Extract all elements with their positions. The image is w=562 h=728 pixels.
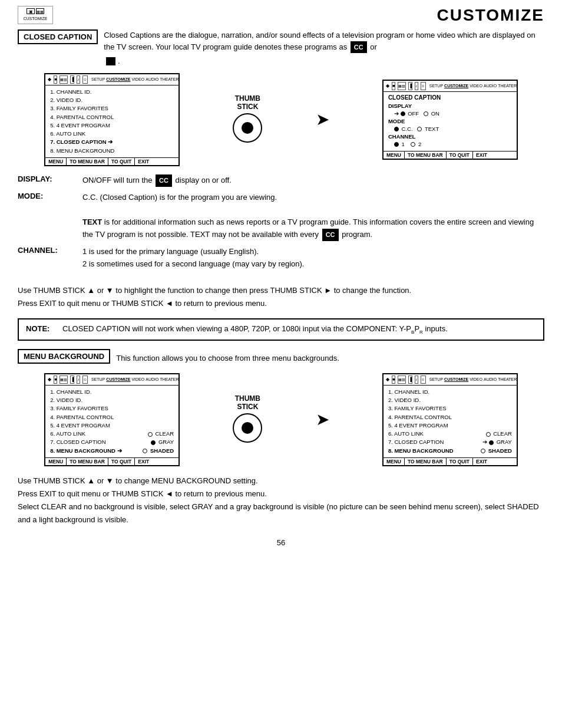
left-tv-screen-cc: ◆ ■ ▦▧ ▐ ♪ ☺ SETUP CUSTOMIZE VIDEO AUDIO… xyxy=(44,73,180,166)
cc-icon-square xyxy=(106,57,115,65)
channel-info: CHANNEL: 1 is used for the primary langu… xyxy=(18,246,544,271)
tv-footer-left-mb: MENU TO MENU BAR TO QUIT EXIT xyxy=(45,457,178,465)
mode-info: MODE: C.C. (Closed Caption) is for the p… xyxy=(18,192,544,241)
logo-box: ▣ ▦▦ CUSTOMIZE xyxy=(18,6,53,24)
tv-content-right-mb: 1. CHANNEL ID. 2. VIDEO ID. 3. FAMILY FA… xyxy=(384,386,517,457)
usage-text-mb: Use THUMB STICK ▲ or ▼ to change MENU BA… xyxy=(18,475,544,526)
tv-content-left-cc: 1. CHANNEL ID. 2. VIDEO ID. 3. FAMILY FA… xyxy=(45,85,178,157)
tv-footer-right-mb: MENU TO MENU BAR TO QUIT EXIT xyxy=(384,457,517,465)
right-tv-screen-cc: ◆ ■ ▦▧ ▐ ♪ ☺ SETUP CUSTOMIZE VIDEO AUDIO… xyxy=(382,80,518,160)
note-text: CLOSED CAPTION will not work when viewin… xyxy=(62,324,448,335)
mode-content: C.C. (Closed Caption) is for the program… xyxy=(82,192,544,241)
cc-settings-panel: CLOSED CAPTION DISPLAY ➔ OFF ON MODE C.C… xyxy=(384,92,517,151)
channel-label: CHANNEL: xyxy=(18,246,82,255)
cc-badge-display: CC xyxy=(156,174,172,187)
page-number: 56 xyxy=(18,538,544,547)
page-header: ▣ ▦▦ CUSTOMIZE CUSTOMIZE xyxy=(18,6,544,25)
right-tv-screen-mb: ◆ ■ ▦▧ ▐ ♪ ☺ SETUP CUSTOMIZE VIDEO AUDIO… xyxy=(382,373,518,466)
note-box: NOTE: CLOSED CAPTION will not work when … xyxy=(18,318,544,341)
closed-caption-section: CLOSED CAPTION Closed Captions are the d… xyxy=(18,29,544,67)
tv-menubar-left: ◆ ■ ▦▧ ▐ ♪ ☺ SETUP CUSTOMIZE VIDEO AUDIO… xyxy=(45,74,178,85)
display-info: DISPLAY: ON/OFF will turn the CC display… xyxy=(18,174,544,187)
cc-diagrams-row: ◆ ■ ▦▧ ▐ ♪ ☺ SETUP CUSTOMIZE VIDEO AUDIO… xyxy=(18,73,544,166)
tv-menubar-right-cc: ◆ ■ ▦▧ ▐ ♪ ☺ SETUP CUSTOMIZE VIDEO AUDIO… xyxy=(384,81,517,92)
note-label: NOTE: xyxy=(26,324,55,333)
logo-text: CUSTOMIZE xyxy=(23,17,47,21)
tv-footer-left-cc: MENU TO MENU BAR TO QUIT EXIT xyxy=(45,157,178,165)
thumb-circle-mb xyxy=(233,413,262,443)
thumb-circle xyxy=(233,113,262,143)
page-title: CUSTOMIZE xyxy=(437,6,544,25)
menu-background-section-header: MENU BACKGROUND This function allows you… xyxy=(18,349,544,367)
tv-footer-right-cc: MENU TO MENU BAR TO QUIT EXIT xyxy=(384,151,517,159)
mb-diagrams-row: ◆ ■ ▦▧ ▐ ♪ ☺ SETUP CUSTOMIZE VIDEO AUDIO… xyxy=(18,373,544,466)
left-tv-screen-mb: ◆ ■ ▦▧ ▐ ♪ ☺ SETUP CUSTOMIZE VIDEO AUDIO… xyxy=(44,373,180,466)
tv-content-left-mb: 1. CHANNEL ID. 2. VIDEO ID. 3. FAMILY FA… xyxy=(45,386,178,457)
cc-badge-text: CC xyxy=(322,229,339,242)
arrow-right-cc: ➤ xyxy=(316,110,329,129)
menu-background-desc: This function allows you to choose from … xyxy=(116,354,339,363)
usage-text-cc: Use THUMB STICK ▲ or ▼ to highlight the … xyxy=(18,284,544,310)
channel-content: 1 is used for the primary language (usua… xyxy=(82,246,544,271)
tv-menubar-left-mb: ◆ ■ ▦▧ ▐ ♪ ☺ SETUP CUSTOMIZE VIDEO AUDIO… xyxy=(45,374,178,386)
mode-label: MODE: xyxy=(18,192,82,200)
display-label: DISPLAY: xyxy=(18,174,82,183)
closed-caption-label: CLOSED CAPTION xyxy=(18,29,98,44)
thumb-stick-mb: THUMBSTICK xyxy=(233,394,262,445)
cc-badge-inline: CC xyxy=(351,41,367,54)
arrow-right-mb: ➤ xyxy=(316,410,329,429)
thumb-stick-cc: THUMBSTICK xyxy=(233,94,262,145)
closed-caption-description: Closed Captions are the dialogue, narrat… xyxy=(104,29,544,67)
display-content: ON/OFF will turn the CC display on or of… xyxy=(82,174,544,187)
menu-background-label: MENU BACKGROUND xyxy=(18,349,110,364)
tv-menubar-right-mb: ◆ ■ ▦▧ ▐ ♪ ☺ SETUP CUSTOMIZE VIDEO AUDIO… xyxy=(384,374,517,386)
